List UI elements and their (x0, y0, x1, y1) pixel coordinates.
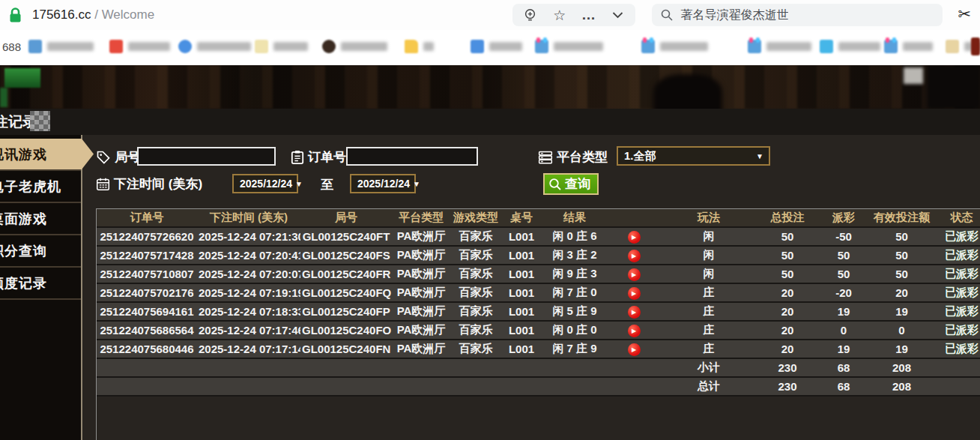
table-row: 2512240757108072025-12-24 07:20:07GL0012… (97, 265, 980, 284)
cell-payout: -20 (817, 284, 870, 303)
ellipsis-icon[interactable]: … (581, 8, 596, 22)
cell-valid: 20 (870, 284, 934, 303)
badge-plus-icon[interactable] (523, 8, 537, 22)
cell-valid: 50 (870, 228, 934, 247)
bookmark-favicon (471, 40, 484, 53)
scissors-icon[interactable]: ✂ (958, 5, 971, 23)
cell-round: GL00125C240FS (300, 247, 392, 265)
cell-tableno: L001 (501, 265, 542, 284)
sidebar-item-1[interactable]: 视讯游戏 (0, 139, 81, 171)
cell-round: GL00125C240FO (300, 322, 392, 340)
play-video-icon[interactable]: ▶ (628, 306, 641, 319)
bookmark-item[interactable] (255, 40, 308, 53)
cell-platform: PA欧洲厅 (392, 284, 450, 303)
url-separator: / (91, 7, 101, 22)
cell-round: GL00125C240FP (300, 303, 392, 322)
star-icon[interactable]: ☆ (552, 8, 566, 22)
dropdown-arrow-icon: ▼ (295, 180, 308, 188)
cell-valid: 208 (870, 359, 934, 378)
play-video-icon[interactable]: ▶ (628, 231, 641, 244)
sidebar-item-label: 视讯游戏 (0, 145, 47, 163)
chevron-down-icon[interactable] (611, 8, 625, 22)
cell-order: 251224075710807 (97, 265, 197, 284)
bookmark-item[interactable] (109, 40, 170, 53)
query-button[interactable]: 查询 (543, 173, 599, 195)
platform-type-select[interactable]: 1.全部 ▼ (617, 146, 770, 166)
favicon-dot (643, 37, 647, 43)
sidebar-item-label: 积分查询 (0, 242, 47, 260)
play-video-icon[interactable]: ▶ (628, 287, 641, 300)
order-number-input[interactable] (346, 147, 478, 166)
url-text[interactable]: 175616.cc / Welcome (32, 7, 154, 22)
date-from-value: 2025/12/24 (234, 178, 292, 190)
cell-order: 251224075694161 (97, 303, 197, 322)
cell-game: 百家乐 (450, 303, 501, 322)
tag-icon (96, 150, 111, 165)
banner-green-block-2 (0, 88, 7, 107)
date-from-select[interactable]: 2025/12/24 ▼ (232, 174, 298, 193)
cell-play: ▶ (608, 247, 660, 265)
bookmark-item[interactable] (405, 40, 434, 53)
play-video-icon[interactable]: ▶ (628, 325, 641, 337)
round-number-input[interactable] (137, 147, 276, 166)
bookmark-item[interactable] (28, 40, 94, 53)
cell-result: 闲 0 庄 0 (542, 322, 608, 340)
bookmark-favicon (28, 40, 42, 53)
favicon-dot (892, 37, 896, 43)
cell-status (934, 359, 980, 378)
bookmark-favicon (820, 40, 833, 53)
cell-order (97, 359, 197, 378)
bookmark-item[interactable] (535, 40, 603, 53)
cell-result (542, 378, 608, 397)
cell-payout: -50 (817, 228, 870, 247)
cell-total: 50 (757, 265, 817, 284)
sidebar-item-3[interactable]: 桌面游戏 (0, 203, 81, 235)
bookmark-item[interactable] (641, 40, 708, 53)
cell-play: ▶ (608, 340, 660, 359)
grandtotal-row: 总计23068208 (97, 378, 980, 397)
cell-total: 230 (757, 378, 817, 397)
browser-search-box[interactable]: 著名导演翟俊杰逝世 (652, 4, 943, 26)
cell-play: ▶ (608, 228, 660, 247)
table-row: 2512240757174282025-12-24 07:20:41GL0012… (97, 247, 980, 265)
cell-payout: 68 (817, 378, 870, 397)
bookmark-item[interactable] (971, 40, 980, 55)
cell-tableno: L001 (501, 340, 542, 359)
sidebar-item-4[interactable]: 积分查询 (0, 235, 81, 268)
cell-status: 已派彩 (934, 228, 980, 247)
table-header-cell (608, 209, 660, 228)
bookmarks-prefix: 688 (2, 40, 21, 53)
cell-total: 20 (757, 284, 817, 303)
cell-tableno: L001 (501, 322, 542, 340)
lock-icon (9, 7, 22, 23)
server-list-icon (538, 150, 553, 165)
cell-total: 50 (757, 247, 817, 265)
bookmark-item[interactable] (471, 40, 522, 53)
cell-playtype: 闲 (660, 247, 757, 265)
search-query-text: 著名导演翟俊杰逝世 (680, 7, 788, 23)
bookmark-item[interactable] (178, 40, 251, 53)
cell-play (608, 359, 660, 378)
bookmark-favicon (255, 40, 268, 53)
cell-order: 251224075680446 (97, 340, 197, 359)
date-to-select[interactable]: 2025/12/24 ▼ (350, 174, 416, 193)
cell-game: 百家乐 (450, 322, 501, 340)
sidebar-item-5[interactable]: 额度记录 (0, 268, 81, 300)
query-button-label: 查询 (565, 175, 590, 193)
play-video-icon[interactable]: ▶ (628, 268, 641, 281)
cell-order: 251224075726620 (97, 228, 197, 247)
cell-tableno: L001 (501, 303, 542, 322)
bookmark-favicon (946, 40, 959, 53)
bookmark-item[interactable] (748, 40, 811, 53)
sidebar-item-2[interactable]: 电子老虎机 (0, 171, 81, 203)
bookmark-item[interactable] (884, 40, 933, 53)
bookmark-item[interactable] (322, 40, 387, 53)
cell-game: 百家乐 (450, 284, 501, 303)
round-filter-label: 局号 (96, 148, 140, 166)
cell-total: 20 (757, 303, 817, 322)
bookmark-item[interactable] (820, 40, 880, 53)
play-video-icon[interactable]: ▶ (628, 343, 641, 356)
search-icon (661, 9, 673, 21)
cell-order: 251224075702176 (97, 284, 197, 303)
play-video-icon[interactable]: ▶ (628, 250, 641, 262)
